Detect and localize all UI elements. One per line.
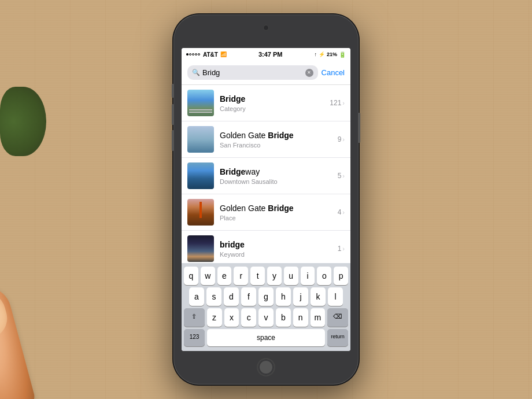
result-thumb-bridgeway bbox=[187, 162, 214, 189]
result-count-area-golden-gate: 9 › bbox=[338, 135, 345, 143]
result-item-golden-gate-place[interactable]: Golden Gate Bridge Place 4 › bbox=[182, 194, 350, 231]
result-info-golden-gate: Golden Gate Bridge San Francisco bbox=[220, 130, 332, 148]
key-y[interactable]: y bbox=[267, 267, 282, 285]
result-title-golden-gate-place: Golden Gate Bridge bbox=[220, 203, 332, 213]
key-w[interactable]: w bbox=[201, 267, 215, 285]
result-count-area-bridge-category: 121 › bbox=[330, 99, 345, 107]
key-c[interactable]: c bbox=[241, 308, 256, 327]
bluetooth-icon: ⚡ bbox=[319, 51, 325, 57]
key-k[interactable]: k bbox=[311, 287, 326, 306]
keyboard: q w e r t y u i o p a s d f g bbox=[182, 263, 350, 351]
key-a[interactable]: a bbox=[189, 287, 204, 306]
chevron-icon-golden-gate-place: › bbox=[342, 209, 345, 216]
result-count-golden-gate: 9 bbox=[338, 135, 342, 143]
result-info-bridgeway: Bridgeway Downtown Sausalito bbox=[220, 167, 332, 184]
result-subtitle-bridge-keyword: Keyword bbox=[220, 251, 332, 258]
result-count-bridgeway: 5 bbox=[338, 172, 342, 180]
key-j[interactable]: j bbox=[293, 287, 308, 306]
key-r[interactable]: r bbox=[234, 267, 248, 285]
key-q[interactable]: q bbox=[184, 267, 198, 285]
key-s[interactable]: s bbox=[206, 287, 221, 306]
result-title-bridge-category: Bridge bbox=[220, 94, 324, 104]
result-count-area-bridge-keyword: 1 › bbox=[338, 245, 345, 253]
key-p[interactable]: p bbox=[334, 267, 348, 285]
status-right: ↑ ⚡ 21% 🔋 bbox=[314, 51, 346, 58]
result-count-area-golden-gate-place: 4 › bbox=[338, 208, 345, 216]
result-title-suffix: way bbox=[245, 167, 260, 176]
key-l[interactable]: l bbox=[328, 287, 343, 306]
key-g[interactable]: g bbox=[258, 287, 274, 306]
key-x[interactable]: x bbox=[224, 308, 239, 327]
result-count-area-bridgeway: 5 › bbox=[338, 172, 345, 180]
result-title-prefix: Golden Gate bbox=[220, 131, 268, 140]
key-v[interactable]: v bbox=[258, 308, 274, 327]
result-count-golden-gate-place: 4 bbox=[338, 208, 342, 216]
search-icon: 🔍 bbox=[192, 69, 200, 76]
chevron-icon-bridgeway: › bbox=[342, 172, 345, 179]
result-count-bridge-keyword: 1 bbox=[338, 245, 342, 253]
result-subtitle-bridgeway: Downtown Sausalito bbox=[220, 178, 332, 185]
key-d[interactable]: d bbox=[224, 287, 239, 306]
key-i[interactable]: i bbox=[301, 267, 315, 285]
front-camera bbox=[263, 25, 269, 31]
result-item-golden-gate-bridge[interactable]: Golden Gate Bridge San Francisco 9 › bbox=[182, 121, 350, 158]
search-input-container[interactable]: 🔍 Bridg ✕ bbox=[187, 65, 318, 80]
chevron-icon-golden-gate: › bbox=[342, 136, 345, 143]
result-title-bridgeway: Bridgeway bbox=[220, 167, 332, 177]
cancel-button[interactable]: Cancel bbox=[322, 68, 345, 77]
phone-shell: AT&T 📶 3:47 PM ↑ ⚡ 21% 🔋 🔍 Bridg ✕ bbox=[173, 14, 359, 385]
key-h[interactable]: h bbox=[276, 287, 291, 306]
result-subtitle-golden-gate-place: Place bbox=[220, 215, 332, 221]
signal-indicator bbox=[186, 53, 200, 56]
search-query-text: Bridg bbox=[202, 68, 303, 77]
result-thumb-golden-gate-place bbox=[187, 199, 214, 226]
battery-icon: 🔋 bbox=[339, 51, 346, 58]
key-o[interactable]: o bbox=[317, 267, 331, 285]
result-info-golden-gate-place: Golden Gate Bridge Place bbox=[220, 203, 332, 221]
home-button[interactable] bbox=[257, 358, 275, 376]
result-title-highlight: Bridge bbox=[268, 131, 293, 140]
result-thumb-bridge-keyword bbox=[187, 235, 214, 262]
key-shift[interactable]: ⇧ bbox=[184, 308, 205, 327]
search-bar: 🔍 Bridg ✕ Cancel bbox=[182, 61, 350, 85]
key-b[interactable]: b bbox=[276, 308, 291, 327]
result-item-bridge-category[interactable]: Bridge Category 121 › bbox=[182, 85, 350, 121]
signal-dot-3 bbox=[192, 53, 194, 56]
key-m[interactable]: m bbox=[311, 308, 326, 327]
result-title-highlight: Bridge bbox=[220, 167, 245, 176]
key-t[interactable]: t bbox=[250, 267, 265, 285]
result-title-golden-gate: Golden Gate Bridge bbox=[220, 130, 332, 141]
decorative-leaf bbox=[0, 87, 46, 156]
status-left: AT&T 📶 bbox=[186, 51, 227, 58]
key-return[interactable]: return bbox=[327, 329, 348, 346]
status-time: 3:47 PM bbox=[258, 51, 283, 58]
signal-dot-1 bbox=[186, 53, 189, 56]
volume-down-button bbox=[172, 130, 173, 151]
signal-dot-4 bbox=[195, 53, 197, 56]
key-u[interactable]: u bbox=[284, 267, 298, 285]
carrier-name: AT&T bbox=[203, 51, 218, 58]
key-delete[interactable]: ⌫ bbox=[327, 308, 348, 327]
result-title-highlight: Bridge bbox=[268, 204, 293, 213]
key-e[interactable]: e bbox=[217, 267, 232, 285]
result-thumb-golden-gate bbox=[187, 126, 214, 153]
phone-device: AT&T 📶 3:47 PM ↑ ⚡ 21% 🔋 🔍 Bridg ✕ bbox=[173, 14, 359, 385]
signal-dot-5 bbox=[198, 53, 200, 56]
result-item-bridge-keyword[interactable]: bridge Keyword 1 › bbox=[182, 231, 350, 263]
result-subtitle-golden-gate: San Francisco bbox=[220, 142, 332, 149]
finger-overlay bbox=[0, 260, 69, 399]
key-numbers[interactable]: 123 bbox=[184, 329, 205, 346]
result-title-bridge-keyword: bridge bbox=[220, 239, 332, 250]
chevron-icon-bridge-keyword: › bbox=[342, 245, 345, 252]
key-f[interactable]: f bbox=[241, 287, 256, 306]
result-item-bridgeway[interactable]: Bridgeway Downtown Sausalito 5 › bbox=[182, 158, 350, 194]
status-bar: AT&T 📶 3:47 PM ↑ ⚡ 21% 🔋 bbox=[182, 48, 350, 61]
phone-screen: AT&T 📶 3:47 PM ↑ ⚡ 21% 🔋 🔍 Bridg ✕ bbox=[182, 48, 350, 351]
search-clear-button[interactable]: ✕ bbox=[305, 69, 313, 77]
key-n[interactable]: n bbox=[293, 308, 308, 327]
key-z[interactable]: z bbox=[207, 308, 222, 327]
keyboard-row-1: q w e r t y u i o p bbox=[184, 267, 348, 285]
result-thumb-bridge-category bbox=[187, 90, 214, 116]
key-space[interactable]: space bbox=[207, 329, 325, 346]
result-title-highlight: Bridge bbox=[220, 94, 245, 104]
